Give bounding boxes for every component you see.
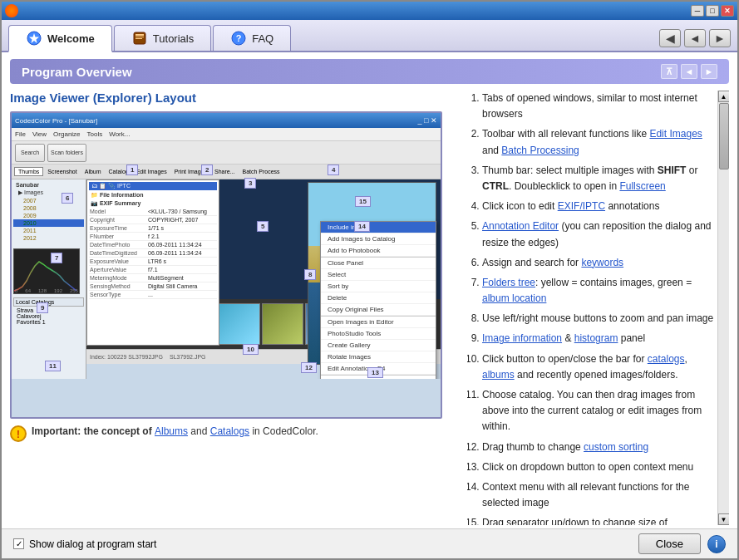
minimize-button[interactable]: ─ (691, 5, 704, 17)
album-location-link[interactable]: album location (482, 292, 546, 304)
info-button[interactable]: i (707, 535, 726, 553)
maximize-button[interactable]: □ (706, 5, 719, 17)
main-content: Image Viewer (Explorer) Layout CodedColo… (2, 87, 737, 528)
ss-sidebar-item-2009: 2009 (13, 212, 84, 219)
desc-8: Use left/right mouse buttons to zoom and… (482, 311, 717, 327)
annotation-editor-link[interactable]: Annotation Editor (482, 220, 559, 232)
scrollbar-up-button[interactable]: ▲ (718, 91, 730, 102)
histogram-link[interactable]: histogram (574, 332, 618, 344)
ss-cm-gallery: Create Gallery (321, 340, 436, 351)
nav-next-button[interactable]: ► (709, 29, 731, 47)
desc-12: Drag thumb to change custom sorting (482, 440, 717, 455)
catalogs-bar-link[interactable]: catalogs (648, 353, 685, 365)
catalogs-link[interactable]: Catalogs (210, 425, 249, 437)
ss-tab-screenshot: Screenshot (44, 168, 80, 175)
ss-cm-sortby: Sort by (321, 281, 436, 292)
nav-back-button[interactable]: ◀ (659, 29, 681, 47)
badge-6: 6 (62, 193, 73, 204)
ss-cm-delete: Delete (321, 292, 436, 304)
ss-menu-organize: Organize (53, 130, 80, 138)
desc-14: Context menu with all relevant functions… (482, 479, 717, 511)
desc-1: Tabs of opened windows, similar to most … (482, 91, 717, 122)
scrollbar-area[interactable] (718, 102, 729, 513)
tab-tutorials[interactable]: Tutorials (114, 25, 211, 51)
ss-search-btn: Search (15, 144, 45, 162)
scrollbar-thumb[interactable] (719, 103, 729, 169)
tab-welcome[interactable]: Welcome (8, 25, 112, 52)
image-info-link[interactable]: Image information (482, 332, 562, 344)
tab-faq[interactable]: ? FAQ (213, 25, 291, 51)
ss-menu-view: View (32, 130, 47, 138)
badge-2: 2 (201, 165, 213, 175)
ss-exif-row-datephoto: DateTimePhoto06.09-2011 11:34:24 (89, 241, 217, 249)
ss-body: Sanubar ▶ Images 2007 2008 2009 2010 201… (12, 179, 441, 379)
ss-title-text: CodedColor Pro - [Sanubar] (15, 117, 97, 125)
albums-bar-link[interactable]: albums (482, 369, 515, 381)
program-overview-header: Program Overview ⊼ ◄ ► (10, 59, 729, 84)
important-note: ! Important: the concept of Albums and C… (10, 425, 459, 442)
ss-sidebar-item-2010: 2010 (13, 219, 84, 227)
keywords-link[interactable]: keywords (581, 257, 623, 268)
main-window: ─ □ ✕ Welcome Tu (0, 0, 739, 560)
ss-exif-row-exposure: ExposureTime1/71 s (89, 224, 217, 233)
ss-cm-add-catalog: Add Images to Catalog (321, 233, 436, 245)
header-collapse-button[interactable]: ⊼ (661, 64, 677, 79)
batch-processing-link[interactable]: Batch Processing (501, 145, 579, 156)
badge-4: 4 (328, 165, 339, 175)
folders-tree-link[interactable]: Folders tree (482, 277, 535, 288)
desc-10: Click button to open/close the bar for c… (482, 351, 717, 383)
svg-rect-5 (135, 38, 142, 39)
ss-sidebar: Sanubar ▶ Images 2007 2008 2009 2010 201… (12, 179, 86, 379)
ss-exif-section-file: 📁 File Information (89, 190, 217, 199)
window-controls: ─ □ ✕ (691, 5, 734, 17)
ss-tab-share: Share... (211, 168, 239, 175)
header-left-button[interactable]: ◄ (681, 64, 697, 79)
title-bar: ─ □ ✕ (2, 2, 737, 20)
show-dialog-checkbox[interactable]: ✓ (13, 538, 24, 549)
scrollbar-track: ▲ ▼ (717, 91, 729, 525)
header-right-button[interactable]: ► (701, 64, 717, 79)
right-panel-wrapper: Tabs of opened windows, similar to most … (467, 91, 729, 525)
ss-bottom-filename: SL37992.JPG (170, 354, 206, 360)
book-icon (131, 30, 148, 47)
fullscreen-link[interactable]: Fullscreen (619, 180, 665, 192)
edit-images-link[interactable]: Edit Images (649, 128, 702, 140)
ss-exif-row-datedigit: DateTimeDigitized06.09-2011 11:34:24 (89, 249, 217, 258)
content-area: Program Overview ⊼ ◄ ► Image Viewer (Exp… (2, 52, 737, 528)
albums-link[interactable]: Albums (155, 425, 188, 437)
custom-sorting-link[interactable]: custom sorting (584, 441, 648, 453)
ss-main-area: 🗂📋📎IPTC 📁 File Information 📷 EXIF Summar… (86, 179, 441, 379)
badge-7: 7 (51, 253, 62, 263)
badge-9: 9 (37, 302, 48, 313)
header-controls: ⊼ ◄ ► (661, 64, 717, 79)
close-window-button[interactable]: ✕ (721, 5, 734, 17)
tab-welcome-label: Welcome (47, 32, 95, 45)
important-mid: and (190, 425, 209, 437)
header-title: Program Overview (22, 65, 132, 79)
desc-11: Choose catalog. You can then drag images… (482, 387, 717, 435)
desc-15: Drag separator up/down to change size of (482, 515, 717, 525)
scrollbar-down-button[interactable]: ▼ (718, 513, 730, 525)
ss-exif-row-sensing: SensingMethodDigital Still Camera (89, 282, 217, 291)
badge-11: 11 (45, 361, 61, 371)
star-icon (26, 30, 42, 47)
ss-menu-tools: Tools (87, 130, 103, 138)
ss-menubar: File View Organize Tools Work... (12, 128, 441, 141)
ss-toolbar: Search Scan folders (12, 141, 441, 165)
nav-prev-button[interactable]: ◄ (684, 29, 706, 47)
ss-catalog-item-calavorej: Calavorej (13, 313, 84, 319)
ss-tab-thumbs: Thumbs (14, 167, 43, 176)
badge-8: 8 (304, 269, 316, 280)
tab-faq-label: FAQ (252, 32, 273, 45)
ss-cm-open-editor: Open Images in Editor (321, 317, 436, 328)
section-title: Image Viewer (Explorer) Layout (10, 91, 459, 105)
ss-cm-rotate: Rotate Images (321, 351, 436, 363)
ss-image-area: 🗂📋📎IPTC 📁 File Information 📷 EXIF Summar… (86, 179, 441, 299)
ss-sidebar-item-2008: 2008 (13, 204, 84, 212)
tabs-bar: Welcome Tutorials ? FAQ (2, 20, 737, 52)
ss-exif-row-sensortype: SensorType... (89, 291, 217, 299)
ss-sidebar-header: Sanubar (13, 181, 84, 189)
close-button[interactable]: Close (638, 533, 701, 554)
exif-iptc-link[interactable]: EXIF/IPTC (558, 200, 605, 212)
checkbox-row: ✓ Show dialog at program start (13, 538, 156, 550)
